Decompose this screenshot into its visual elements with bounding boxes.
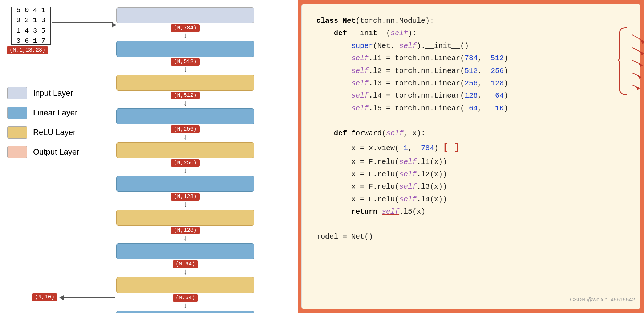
right-panel: class Net(torch.nn.Module): def __init__… [301,4,640,309]
code-line-blank2 [316,218,625,231]
arrow-4: ↓ [183,133,187,141]
code-line-11: x = F.relu(self.l1(x)) [316,156,625,168]
layer-relu-2 [116,142,254,158]
arrowhead-left [59,295,64,300]
legend-label-output: Output Layer [33,147,79,157]
legend-linear: Linear Layer [7,107,79,119]
red-arrows-svg [618,24,644,96]
left-panel: 5 0 4 1 9 2 1 3 1 4 3 5 3 6 1 7 (N,1,28,… [0,0,298,313]
layer-relu-3 [116,210,254,226]
badge-n128a: (N,128) [171,193,199,201]
code-line-1: class Net(torch.nn.Module): [316,15,625,27]
badge-n64a: (N,64) [173,260,198,268]
layer-relu-4 [116,277,254,293]
code-line-3: super(Net, self).__init__() [316,40,625,52]
arrow-3: ↓ [183,100,187,108]
layer-linear-3 [116,176,254,192]
legend-label-linear: Linear Layer [33,108,77,118]
badge-n1-28-28: (N,1,28,28) [7,46,48,54]
badge-n64b: (N,64) [173,294,198,302]
layer-linear-1 [116,41,254,57]
network-flow: (N,784) ↓ (N,512) ↓ (N,512) ↓ (N,256) ↓ … [116,7,254,313]
badge-n512a: (N,512) [171,58,199,66]
legend-label-input: Input Layer [33,88,73,98]
code-line-2: def __init__(self): [316,27,625,40]
layer-input [116,7,254,23]
code-line-16: model = Net() [316,231,625,243]
badge-n128b: (N,128) [171,227,199,234]
legend-relu: ReLU Layer [7,126,79,139]
legend-output: Output Layer [7,146,79,158]
badge-n256a: (N,256) [171,125,199,133]
arrow-horizontal [52,22,113,23]
arrow-out-h [64,297,115,298]
legend-box-output [7,146,27,158]
code-line-5: self.l2 = torch.nn.Linear(512, 256) [316,65,625,77]
layer-output [116,311,254,313]
code-line-7: self.l4 = torch.nn.Linear(128, 64) [316,90,625,102]
layer-linear-4 [116,243,254,259]
badge-n512b: (N,512) [171,92,199,99]
arrow-9: ↓ [183,302,187,310]
code-line-9: def forward(self, x): [316,127,625,140]
code-line-8: self.l5 = torch.nn.Linear( 64, 10) [316,102,625,115]
arrow-6: ↓ [183,201,187,209]
mnist-image: 5 0 4 1 9 2 1 3 1 4 3 5 3 6 1 7 [11,7,51,45]
code-line-15: return self.l5(x) [316,206,625,218]
legend-input: Input Layer [7,87,79,99]
layer-linear-2 [116,108,254,124]
legend-box-relu [7,126,27,139]
legend: Input Layer Linear Layer ReLU Layer Outp… [7,87,79,158]
code-block: class Net(torch.nn.Module): def __init__… [316,15,625,243]
code-line-14: x = F.relu(self.l4(x)) [316,193,625,206]
output-badge-area: (N,10) [32,293,57,301]
code-line-blank1 [316,115,625,127]
arrow-2: ↓ [183,66,187,74]
arrow-1: ↓ [183,32,187,40]
arrowhead-right [112,22,116,28]
code-line-4: self.l1 = torch.nn.Linear(784, 512) [316,52,625,65]
badge-n784: (N,784) [171,24,199,32]
arrow-8: ↓ [183,268,187,276]
code-line-10: x = x.view(-1, 784) [ ] [316,140,625,156]
legend-box-input [7,87,27,99]
arrow-5: ↓ [183,167,187,175]
svg-marker-3 [640,51,644,55]
legend-label-relu: ReLU Layer [33,128,76,137]
code-line-6: self.l3 = torch.nn.Linear(256, 128) [316,77,625,90]
code-line-12: x = F.relu(self.l2(x)) [316,168,625,181]
watermark: CSDN @weixin_45615542 [570,295,635,304]
arrow-7: ↓ [183,235,187,243]
code-line-13: x = F.relu(self.l3(x)) [316,181,625,193]
legend-box-linear [7,107,27,119]
badge-n10: (N,10) [32,293,57,301]
badge-n256b: (N,256) [171,159,199,167]
layer-relu-1 [116,75,254,91]
